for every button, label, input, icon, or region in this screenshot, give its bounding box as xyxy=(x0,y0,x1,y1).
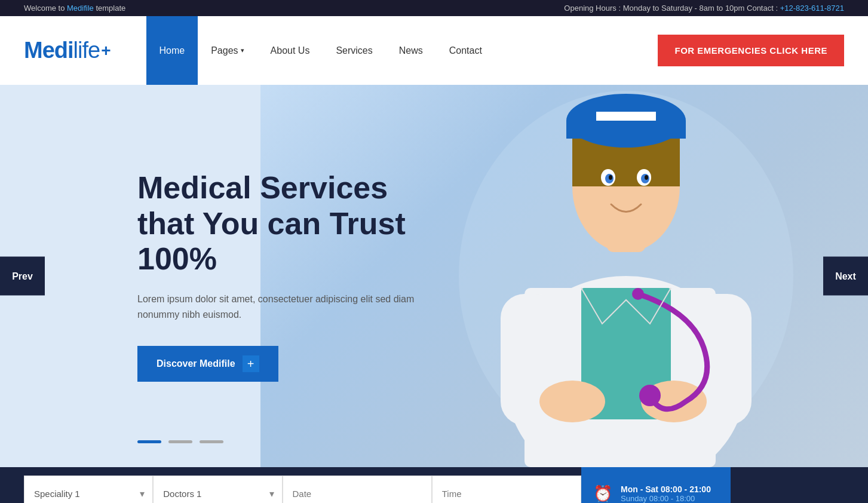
next-button[interactable]: Next xyxy=(823,257,868,296)
svg-rect-13 xyxy=(566,121,686,139)
doctors-wrap: Doctors 1 ▾ xyxy=(153,476,282,503)
welcome-text: Welcome to xyxy=(24,4,67,13)
hours-secondary: Sunday 08:00 - 18:00 xyxy=(621,494,711,503)
time-input[interactable] xyxy=(432,476,581,503)
bottom-bar: Speciality 1 ▾ Doctors 1 ▾ ⏰ Mon - Sat 0… xyxy=(0,467,868,503)
emergency-button[interactable]: FOR EMERGENCIES CLICK HERE xyxy=(658,35,844,66)
logo-light: life xyxy=(73,38,100,63)
speciality-wrap: Speciality 1 ▾ xyxy=(24,476,153,503)
top-bar: Welcome to Medifile template Opening Hou… xyxy=(0,0,868,16)
logo-bold: Medi xyxy=(24,38,73,63)
svg-point-6 xyxy=(539,381,605,422)
hero-content: Medical Services that You can Trust 100%… xyxy=(0,170,418,382)
hours-info: Mon - Sat 08:00 - 21:00 Sunday 08:00 - 1… xyxy=(621,484,711,503)
prev-label: Prev xyxy=(12,271,33,281)
svg-point-20 xyxy=(645,175,648,180)
svg-point-19 xyxy=(609,175,612,180)
doctor-svg xyxy=(453,85,799,467)
contact-info: Opening Hours : Monday to Saturday - 8am… xyxy=(564,4,844,13)
svg-rect-14 xyxy=(596,112,656,121)
main-nav: Home Pages ▾ About Us Services News Cont… xyxy=(146,16,658,85)
hero-subtitle: Lorem ipsum dolor sit amet, consectetuer… xyxy=(137,292,418,322)
doctors-select[interactable]: Doctors 1 xyxy=(153,476,282,503)
date-input[interactable] xyxy=(283,476,432,503)
brand-link[interactable]: Medifile xyxy=(67,4,94,13)
speciality-select[interactable]: Speciality 1 xyxy=(24,476,153,503)
svg-point-21 xyxy=(639,385,661,406)
nav-pages[interactable]: Pages ▾ xyxy=(198,16,257,85)
hours-panel: ⏰ Mon - Sat 08:00 - 21:00 Sunday 08:00 -… xyxy=(581,467,731,503)
slider-dots xyxy=(137,440,223,443)
nav-about[interactable]: About Us xyxy=(257,16,323,85)
discover-button[interactable]: Discover Medifile + xyxy=(137,346,278,382)
hero-doctor-image xyxy=(432,85,820,467)
phone-link[interactable]: +12-823-611-8721 xyxy=(780,4,844,13)
prev-button[interactable]: Prev xyxy=(0,257,45,296)
nav-home[interactable]: Home xyxy=(146,16,198,85)
nav-services[interactable]: Services xyxy=(323,16,385,85)
chevron-down-icon: ▾ xyxy=(241,47,244,54)
nav-contact[interactable]: Contact xyxy=(436,16,495,85)
header: Medilife+ Home Pages ▾ About Us Services… xyxy=(0,16,868,85)
svg-point-22 xyxy=(632,288,644,300)
hero-title: Medical Services that You can Trust 100% xyxy=(137,170,418,277)
dot-3[interactable] xyxy=(200,440,223,443)
logo-plus: + xyxy=(101,41,110,60)
next-label: Next xyxy=(835,271,856,281)
dot-2[interactable] xyxy=(168,440,192,443)
hours-text: Opening Hours : Monday to Saturday - 8am… xyxy=(564,4,780,13)
template-text: template xyxy=(94,4,125,13)
logo[interactable]: Medilife+ xyxy=(24,38,111,63)
welcome-message: Welcome to Medifile template xyxy=(24,4,125,13)
nav-news[interactable]: News xyxy=(386,16,436,85)
dot-1[interactable] xyxy=(137,440,161,443)
clock-icon: ⏰ xyxy=(593,484,612,503)
appointment-form: Speciality 1 ▾ Doctors 1 ▾ xyxy=(24,476,581,503)
plus-icon: + xyxy=(243,355,259,372)
hero-section: Prev Medical Services that You can Trust… xyxy=(0,85,868,467)
hours-primary: Mon - Sat 08:00 - 21:00 xyxy=(621,484,711,494)
discover-label: Discover Medifile xyxy=(157,358,235,369)
